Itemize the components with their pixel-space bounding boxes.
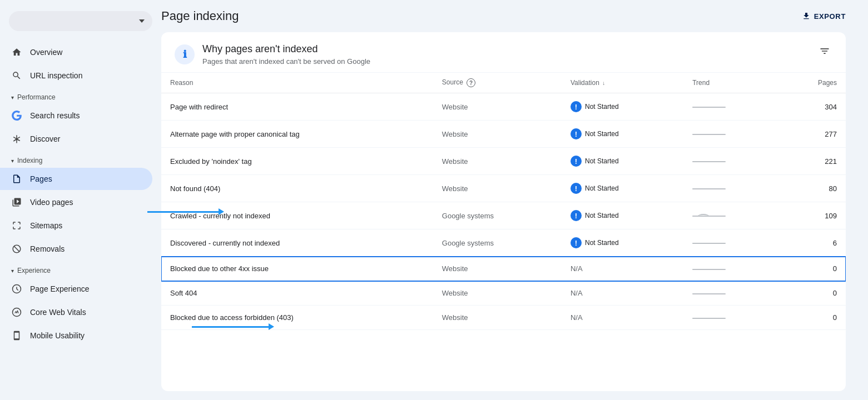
cell-source: Google systems [433, 202, 562, 229]
left-arrow-annotation [147, 211, 220, 213]
validation-status: Not Started [585, 103, 619, 111]
google-g-icon [11, 110, 22, 121]
sidebar-item-core-web-vitals[interactable]: Core Web Vitals [0, 301, 152, 323]
pages-icon [11, 173, 22, 184]
section-label: Indexing [17, 157, 42, 164]
cell-reason: Page with redirect [161, 93, 433, 121]
cell-trend [683, 175, 778, 202]
trend-line [692, 107, 726, 108]
sidebar-item-label: Sitemaps [30, 221, 62, 230]
source-help-icon[interactable]: ? [467, 78, 475, 87]
table-container: Reason Source ? Validation ↓ T [161, 73, 846, 391]
main-content: Page indexing EXPORT ℹ Why pages aren't … [161, 0, 868, 400]
table-row[interactable]: Not found (404)Website ! Not Started 80 [161, 175, 846, 202]
sidebar-item-label: Core Web Vitals [30, 308, 86, 317]
sidebar-item-overview[interactable]: Overview [0, 41, 152, 63]
section-arrow: ▾ [11, 158, 14, 164]
right-arrow [192, 326, 270, 328]
cell-trend [683, 93, 778, 121]
cell-source: Google systems [433, 229, 562, 257]
trend-line [692, 161, 726, 162]
validation-badge: ! Not Started [571, 101, 619, 112]
trend-line [692, 318, 726, 319]
cell-source: Website [433, 148, 562, 175]
sidebar-item-sitemaps[interactable]: Sitemaps [0, 214, 152, 237]
cell-trend [683, 281, 778, 306]
validation-badge: ! Not Started [571, 210, 619, 221]
sidebar-item-url-inspection[interactable]: URL inspection [0, 64, 152, 87]
cell-validation: ! Not Started [562, 93, 683, 121]
cell-trend [683, 257, 778, 281]
card-subtitle: Pages that aren't indexed can't be serve… [202, 57, 370, 66]
cell-reason: Alternate page with proper canonical tag [161, 121, 433, 148]
table-row[interactable]: Discovered - currently not indexedGoogle… [161, 229, 846, 257]
cell-source: Website [433, 121, 562, 148]
cell-pages: 80 [778, 175, 846, 202]
cell-trend [683, 202, 778, 229]
table-row[interactable]: Alternate page with proper canonical tag… [161, 121, 846, 148]
sidebar-item-page-experience[interactable]: Page Experience [0, 278, 152, 300]
sidebar-section-performance: ▾ Performance [0, 88, 161, 103]
col-source: Source ? [433, 73, 562, 93]
sitemap-icon [11, 220, 22, 231]
sidebar-item-label: Discover [30, 134, 60, 143]
sidebar-item-label: Overview [30, 48, 62, 57]
validation-dot: ! [571, 237, 582, 248]
cell-source: Website [433, 257, 562, 281]
validation-dot: ! [571, 101, 582, 112]
validation-dot: ! [571, 128, 582, 139]
cell-reason: Soft 404 [161, 281, 433, 306]
table-row[interactable]: Blocked due to other 4xx issueWebsiteN/A… [161, 257, 846, 281]
sidebar-item-discover[interactable]: Discover [0, 128, 152, 150]
table-row[interactable]: Page with redirectWebsite ! Not Started … [161, 93, 846, 121]
validation-status: Not Started [585, 239, 619, 247]
section-arrow: ▾ [11, 268, 14, 274]
filter-icon[interactable] [817, 43, 832, 62]
vitals-icon [11, 307, 22, 318]
cell-source: Website [433, 281, 562, 306]
trend-line [692, 134, 726, 135]
validation-badge: ! Not Started [571, 237, 619, 248]
home-icon [11, 47, 22, 58]
sidebar-item-video-pages[interactable]: Video pages [0, 191, 152, 213]
sidebar-section-experience: ▾ Experience [0, 261, 161, 277]
cell-source: Website [433, 93, 562, 121]
table-header-row: Reason Source ? Validation ↓ T [161, 73, 846, 93]
mobile-icon [11, 330, 22, 341]
sidebar-item-pages[interactable]: Pages [0, 168, 152, 190]
validation-status: Not Started [585, 212, 619, 219]
sidebar-item-search-results[interactable]: Search results [0, 104, 152, 127]
export-button[interactable]: EXPORT [802, 12, 846, 21]
sidebar-item-removals[interactable]: Removals [0, 238, 152, 260]
property-selector[interactable] [9, 11, 152, 31]
indexing-card: ℹ Why pages aren't indexed Pages that ar… [161, 32, 846, 391]
card-title-group: Why pages aren't indexed Pages that aren… [202, 43, 370, 66]
page-title: Page indexing [161, 9, 239, 23]
col-pages: Pages [778, 73, 846, 93]
page-experience-icon [11, 283, 22, 294]
sidebar-item-mobile-usability[interactable]: Mobile Usability [0, 324, 152, 347]
trend-line [692, 293, 726, 294]
validation-badge: ! Not Started [571, 156, 619, 167]
table-row[interactable]: Soft 404WebsiteN/A0 [161, 281, 846, 306]
trend-line [692, 216, 726, 217]
cell-source: Website [433, 306, 562, 330]
cell-trend [683, 121, 778, 148]
cell-pages: 6 [778, 229, 846, 257]
cell-reason: Not found (404) [161, 175, 433, 202]
col-validation[interactable]: Validation ↓ [562, 73, 683, 93]
cell-pages: 0 [778, 306, 846, 330]
removals-icon [11, 243, 22, 254]
info-icon: ℹ [175, 44, 195, 64]
export-label: EXPORT [814, 12, 846, 21]
cell-reason: Blocked due to other 4xx issue [161, 257, 433, 281]
cell-trend [683, 306, 778, 330]
validation-badge: ! Not Started [571, 183, 619, 194]
trend-line [692, 269, 726, 270]
validation-badge: ! Not Started [571, 128, 619, 139]
validation-dot: ! [571, 183, 582, 194]
table-row[interactable]: Excluded by 'noindex' tagWebsite ! Not S… [161, 148, 846, 175]
validation-dot: ! [571, 210, 582, 221]
table-row[interactable]: Crawled - currently not indexedGoogle sy… [161, 202, 846, 229]
chevron-down-icon [139, 19, 145, 23]
